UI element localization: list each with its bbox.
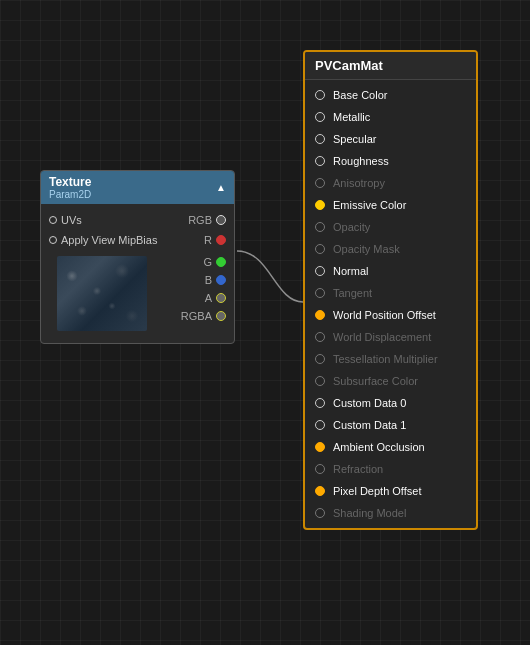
metallic-label: Metallic	[333, 111, 370, 123]
emissive-label: Emissive Color	[333, 199, 406, 211]
g-output-row: G	[203, 256, 226, 268]
tessellation-label: Tessellation Multiplier	[333, 353, 438, 365]
pin-row-shading-model[interactable]: Shading Model	[305, 502, 476, 524]
a-output-pin[interactable]	[216, 293, 226, 303]
b-output-label: B	[205, 274, 212, 286]
texture-node-header: Texture Param2D ▲	[41, 171, 234, 204]
pin-row-emissive[interactable]: Emissive Color	[305, 194, 476, 216]
wpo-label: World Position Offset	[333, 309, 436, 321]
a-output-row: A	[205, 292, 226, 304]
texture-node-subtitle: Param2D	[49, 189, 91, 200]
custom-data-1-label: Custom Data 1	[333, 419, 406, 431]
pin-row-opacity-mask[interactable]: Opacity Mask	[305, 238, 476, 260]
material-node-body: Base Color Metallic Specular Roughness A…	[305, 80, 476, 528]
texture-node-title: Texture	[49, 175, 91, 189]
custom-data-0-label: Custom Data 0	[333, 397, 406, 409]
texture-preview	[57, 256, 147, 331]
pin-row-custom-data-0[interactable]: Custom Data 0	[305, 392, 476, 414]
ao-pin[interactable]	[315, 442, 325, 452]
pin-row-metallic[interactable]: Metallic	[305, 106, 476, 128]
tangent-label: Tangent	[333, 287, 372, 299]
roughness-pin[interactable]	[315, 156, 325, 166]
shading-model-pin[interactable]	[315, 508, 325, 518]
r-output-pin[interactable]	[216, 235, 226, 245]
base-color-label: Base Color	[333, 89, 387, 101]
r-output-label: R	[204, 234, 212, 246]
pin-row-refraction[interactable]: Refraction	[305, 458, 476, 480]
rgb-output-pin[interactable]	[216, 215, 226, 225]
refraction-label: Refraction	[333, 463, 383, 475]
world-displacement-label: World Displacement	[333, 331, 431, 343]
pdo-label: Pixel Depth Offset	[333, 485, 421, 497]
texture-node[interactable]: Texture Param2D ▲ UVs RGB Apply View Mip…	[40, 170, 235, 344]
subsurface-label: Subsurface Color	[333, 375, 418, 387]
uvs-row: UVs RGB	[41, 210, 234, 230]
normal-pin[interactable]	[315, 266, 325, 276]
tessellation-pin[interactable]	[315, 354, 325, 364]
ao-label: Ambient Occlusion	[333, 441, 425, 453]
rgba-output-label: RGBA	[181, 310, 212, 322]
g-output-label: G	[203, 256, 212, 268]
rgba-output-row: RGBA	[181, 310, 226, 322]
opacity-pin[interactable]	[315, 222, 325, 232]
pin-row-tangent[interactable]: Tangent	[305, 282, 476, 304]
specular-pin[interactable]	[315, 134, 325, 144]
subsurface-pin[interactable]	[315, 376, 325, 386]
pin-row-wpo[interactable]: World Position Offset	[305, 304, 476, 326]
mipbias-row: Apply View MipBias R	[41, 230, 234, 250]
roughness-label: Roughness	[333, 155, 389, 167]
metallic-pin[interactable]	[315, 112, 325, 122]
custom-data-1-pin[interactable]	[315, 420, 325, 430]
pin-row-tessellation[interactable]: Tessellation Multiplier	[305, 348, 476, 370]
anisotropy-label: Anisotropy	[333, 177, 385, 189]
rgba-output-pin[interactable]	[216, 311, 226, 321]
a-output-label: A	[205, 292, 212, 304]
world-displacement-pin[interactable]	[315, 332, 325, 342]
base-color-pin[interactable]	[315, 90, 325, 100]
tangent-pin[interactable]	[315, 288, 325, 298]
wpo-pin[interactable]	[315, 310, 325, 320]
mipbias-input-pin[interactable]	[49, 236, 57, 244]
rgb-output-label: RGB	[188, 214, 212, 226]
shading-model-label: Shading Model	[333, 507, 406, 519]
pin-row-opacity[interactable]: Opacity	[305, 216, 476, 238]
opacity-label: Opacity	[333, 221, 370, 233]
emissive-pin[interactable]	[315, 200, 325, 210]
pin-row-specular[interactable]: Specular	[305, 128, 476, 150]
pin-row-subsurface[interactable]: Subsurface Color	[305, 370, 476, 392]
pin-row-pdo[interactable]: Pixel Depth Offset	[305, 480, 476, 502]
specular-label: Specular	[333, 133, 376, 145]
anisotropy-pin[interactable]	[315, 178, 325, 188]
uvs-label: UVs	[61, 214, 82, 226]
custom-data-0-pin[interactable]	[315, 398, 325, 408]
pdo-pin[interactable]	[315, 486, 325, 496]
material-node-header: PVCamMat	[305, 52, 476, 80]
mipbias-label: Apply View MipBias	[61, 234, 157, 246]
pin-row-anisotropy[interactable]: Anisotropy	[305, 172, 476, 194]
pin-row-ao[interactable]: Ambient Occlusion	[305, 436, 476, 458]
b-output-pin[interactable]	[216, 275, 226, 285]
refraction-pin[interactable]	[315, 464, 325, 474]
pin-row-base-color[interactable]: Base Color	[305, 84, 476, 106]
collapse-arrow[interactable]: ▲	[216, 182, 226, 193]
opacity-mask-label: Opacity Mask	[333, 243, 400, 255]
opacity-mask-pin[interactable]	[315, 244, 325, 254]
uvs-input-pin[interactable]	[49, 216, 57, 224]
pin-row-world-displacement[interactable]: World Displacement	[305, 326, 476, 348]
b-output-row: B	[205, 274, 226, 286]
pin-row-roughness[interactable]: Roughness	[305, 150, 476, 172]
normal-label: Normal	[333, 265, 368, 277]
pin-row-custom-data-1[interactable]: Custom Data 1	[305, 414, 476, 436]
g-output-pin[interactable]	[216, 257, 226, 267]
material-node-title: PVCamMat	[315, 58, 466, 73]
pin-row-normal[interactable]: Normal	[305, 260, 476, 282]
material-node[interactable]: PVCamMat Base Color Metallic Specular Ro…	[303, 50, 478, 530]
texture-node-body: UVs RGB Apply View MipBias R G	[41, 204, 234, 343]
